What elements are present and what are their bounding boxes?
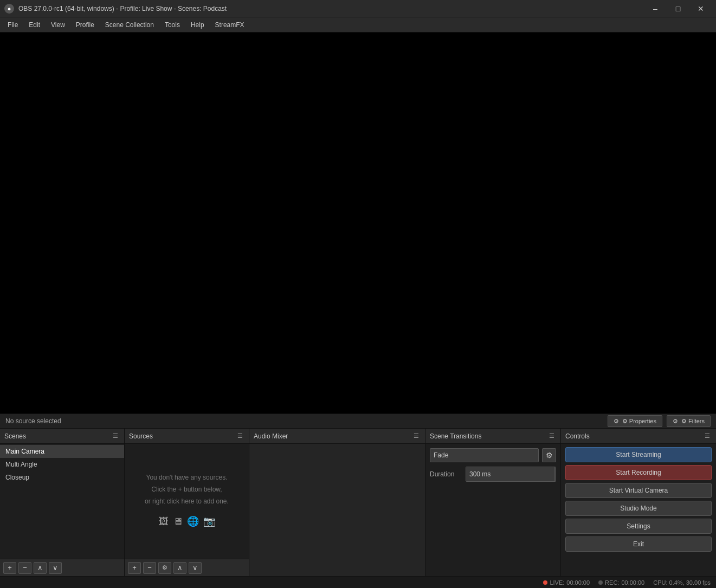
camera-source-icon: 📷 <box>203 513 215 530</box>
start-streaming-button[interactable]: Start Streaming <box>565 447 712 462</box>
source-info-bar: No source selected ⚙ ⚙ Properties ⚙ ⚙ Fi… <box>0 413 716 429</box>
scenes-panel-header: Scenes ☰ <box>0 429 124 444</box>
sources-empty-state[interactable]: You don't have any sources. Click the + … <box>125 444 249 559</box>
app-icon: ● <box>4 4 14 14</box>
properties-label: ⚙ Properties <box>622 418 656 425</box>
menu-help[interactable]: Help <box>185 19 210 31</box>
main-layout: No source selected ⚙ ⚙ Properties ⚙ ⚙ Fi… <box>0 33 716 588</box>
title-bar-title: OBS 27.0.0-rc1 (64-bit, windows) - Profi… <box>18 5 644 12</box>
transition-type-row: Fade Cut Slide ⚙ <box>430 448 556 462</box>
menu-view[interactable]: View <box>46 19 70 31</box>
title-bar-controls: – □ ✕ <box>644 1 712 16</box>
duration-input[interactable] <box>466 467 554 481</box>
rec-time: 00:00:00 <box>621 579 644 586</box>
source-remove-button[interactable]: − <box>143 562 156 574</box>
audio-mixer-body <box>249 444 425 576</box>
menu-file[interactable]: File <box>2 19 23 31</box>
cpu-status: CPU: 0.4%, 30.00 fps <box>653 579 711 586</box>
controls-panel: Controls ☰ Start Streaming Start Recordi… <box>561 429 716 576</box>
scene-item-multi-angle[interactable]: Multi Angle <box>0 458 124 471</box>
close-button[interactable]: ✕ <box>690 1 712 16</box>
scene-move-down-button[interactable]: ∨ <box>49 562 62 574</box>
sources-icon-row: 🖼 🖥 🌐 📷 <box>159 513 215 530</box>
controls-panel-header: Controls ☰ <box>561 429 716 444</box>
scenes-list: Main Camera Multi Angle Closeup <box>0 444 124 559</box>
start-recording-button[interactable]: Start Recording <box>565 465 712 480</box>
controls-panel-title: Controls <box>565 432 590 440</box>
source-add-button[interactable]: + <box>128 562 141 574</box>
audio-panel-header: Audio Mixer ☰ <box>249 429 425 444</box>
transitions-panel-title: Scene Transitions <box>430 432 481 440</box>
scene-move-up-button[interactable]: ∧ <box>34 562 47 574</box>
start-virtual-camera-button[interactable]: Start Virtual Camera <box>565 483 712 498</box>
panels-area: Scenes ☰ Main Camera Multi Angle Closeup… <box>0 429 716 576</box>
exit-button[interactable]: Exit <box>565 537 712 552</box>
sources-panel-title: Sources <box>129 432 153 440</box>
filter-gear-icon: ⚙ <box>673 418 678 425</box>
settings-button[interactable]: Settings <box>565 519 712 534</box>
scene-remove-button[interactable]: − <box>18 562 31 574</box>
transition-settings-button[interactable]: ⚙ <box>542 448 556 462</box>
filters-button[interactable]: ⚙ ⚙ Filters <box>667 415 711 427</box>
sources-empty-line1: You don't have any sources. <box>146 472 228 484</box>
status-bar: LIVE: 00:00:00 REC: 00:00:00 CPU: 0.4%, … <box>0 576 716 588</box>
controls-body: Start Streaming Start Recording Start Vi… <box>561 444 716 576</box>
transitions-panel: Scene Transitions ☰ Fade Cut Slide ⚙ Dur… <box>425 429 561 576</box>
minimize-button[interactable]: – <box>644 1 666 16</box>
audio-panel-title: Audio Mixer <box>254 432 288 440</box>
source-move-up-button[interactable]: ∧ <box>173 562 186 574</box>
preview-canvas <box>0 33 716 413</box>
rec-indicator <box>598 580 603 585</box>
preview-area <box>0 33 716 413</box>
sources-panel: Sources ☰ You don't have any sources. Cl… <box>125 429 249 576</box>
source-move-down-button[interactable]: ∨ <box>189 562 202 574</box>
duration-down-button[interactable]: ▼ <box>554 474 556 481</box>
scenes-panel: Scenes ☰ Main Camera Multi Angle Closeup… <box>0 429 125 576</box>
scenes-panel-title: Scenes <box>4 432 26 440</box>
scene-add-button[interactable]: + <box>3 562 16 574</box>
sources-footer: + − ⚙ ∧ ∨ <box>125 559 249 576</box>
live-label: LIVE: <box>550 579 564 586</box>
duration-input-wrap: ▲ ▼ <box>466 467 556 482</box>
rec-status: REC: 00:00:00 <box>598 579 644 586</box>
transition-duration-row: Duration ▲ ▼ <box>430 467 556 482</box>
scenes-footer: + − ∧ ∨ <box>0 559 124 576</box>
image-source-icon: 🖼 <box>159 513 169 530</box>
rec-label: REC: <box>605 579 619 586</box>
filters-label: ⚙ Filters <box>681 418 705 425</box>
menu-tools[interactable]: Tools <box>159 19 185 31</box>
duration-up-button[interactable]: ▲ <box>554 467 556 474</box>
studio-mode-button[interactable]: Studio Mode <box>565 501 712 516</box>
audio-panel-menu-icon[interactable]: ☰ <box>412 432 421 440</box>
properties-button[interactable]: ⚙ ⚙ Properties <box>608 415 662 427</box>
menu-streamfx[interactable]: StreamFX <box>210 19 250 31</box>
sources-empty-line3: or right click here to add one. <box>145 496 229 508</box>
menu-scene-collection[interactable]: Scene Collection <box>100 19 159 31</box>
no-source-label: No source selected <box>5 417 61 425</box>
controls-panel-menu-icon[interactable]: ☰ <box>703 432 712 440</box>
display-source-icon: 🖥 <box>173 513 183 530</box>
scene-item-closeup[interactable]: Closeup <box>0 471 124 484</box>
audio-mixer-panel: Audio Mixer ☰ <box>249 429 425 576</box>
maximize-button[interactable]: □ <box>667 1 689 16</box>
menu-bar: File Edit View Profile Scene Collection … <box>0 17 716 33</box>
gear-icon: ⚙ <box>614 418 619 425</box>
sources-panel-header: Sources ☰ <box>125 429 249 444</box>
scene-item-main-camera[interactable]: Main Camera <box>0 445 124 458</box>
transition-type-select[interactable]: Fade Cut Slide <box>430 448 539 462</box>
live-time: 00:00:00 <box>566 579 590 586</box>
transitions-panel-menu-icon[interactable]: ☰ <box>547 432 556 440</box>
menu-edit[interactable]: Edit <box>23 19 46 31</box>
menu-profile[interactable]: Profile <box>70 19 100 31</box>
sources-empty-line2: Click the + button below, <box>151 484 222 496</box>
scenes-panel-menu-icon[interactable]: ☰ <box>111 432 120 440</box>
duration-spinners: ▲ ▼ <box>554 467 556 481</box>
browser-source-icon: 🌐 <box>187 513 199 530</box>
transitions-panel-header: Scene Transitions ☰ <box>425 429 560 444</box>
source-settings-button[interactable]: ⚙ <box>158 562 171 574</box>
live-status: LIVE: 00:00:00 <box>543 579 590 586</box>
title-bar: ● OBS 27.0.0-rc1 (64-bit, windows) - Pro… <box>0 0 716 17</box>
live-indicator <box>543 580 547 585</box>
transitions-body: Fade Cut Slide ⚙ Duration ▲ ▼ <box>425 444 560 576</box>
sources-panel-menu-icon[interactable]: ☰ <box>236 432 244 440</box>
